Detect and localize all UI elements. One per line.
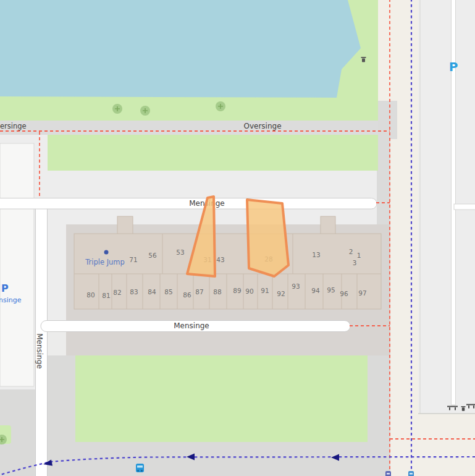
housenumber: 43: [216, 256, 224, 263]
housenumber: 13: [312, 251, 320, 258]
parking-symbol-west: P: [1, 283, 9, 294]
road-mensinge-north[interactable]: [0, 198, 377, 210]
bus-stop-icon: [136, 464, 144, 472]
housenumber: 85: [164, 288, 172, 295]
street-label-mensinge-south: Mensinge: [174, 321, 209, 330]
housenumber: 87: [195, 288, 203, 295]
map-canvas[interactable]: ersinge Oversinge Mensinge Mensinge Mens…: [0, 0, 475, 476]
housenumber: 81: [102, 292, 110, 299]
housenumber: 53: [176, 249, 184, 256]
housenumber: 88: [213, 288, 221, 295]
tree-icon: [112, 104, 122, 114]
beige-area-southeast: [418, 414, 475, 476]
water-body: [0, 0, 361, 98]
housenumber: 1: [357, 252, 361, 259]
poi-node-dot[interactable]: [104, 250, 109, 255]
street-label-mensinge-vertical: Mensinge: [35, 333, 44, 369]
housenumber: 3: [353, 259, 357, 266]
housenumber: 95: [327, 286, 335, 294]
housenumber: 93: [292, 283, 300, 290]
building-annex[interactable]: [321, 216, 335, 234]
housenumber: 96: [340, 290, 348, 297]
housenumber: 90: [245, 287, 253, 295]
parking-name-west-clipped: nsinge: [0, 296, 22, 304]
tree-icon: [216, 101, 225, 111]
housenumber: 91: [261, 287, 269, 294]
housenumber: 84: [148, 288, 156, 295]
street-label-oversinge: Oversinge: [243, 122, 281, 130]
selected-building-28[interactable]: [247, 200, 288, 276]
housenumber: 92: [277, 290, 285, 297]
grass-middle: [48, 135, 378, 171]
housenumber: 56: [148, 252, 157, 259]
building-annex[interactable]: [117, 216, 133, 235]
housenumber: 89: [233, 287, 241, 294]
street-label-oversinge-clipped: ersinge: [0, 122, 27, 130]
housenumber: 83: [130, 288, 138, 295]
housenumber: 71: [129, 256, 137, 263]
parking-area-west[interactable]: [0, 143, 34, 386]
poi-label-triple-jump: Triple Jump: [85, 258, 125, 266]
housenumber: 82: [113, 289, 121, 296]
housenumber: 94: [311, 287, 320, 294]
road-oversinge[interactable]: [0, 121, 378, 135]
building-terrace-row[interactable]: [74, 234, 381, 309]
tree-icon: [140, 106, 150, 116]
road-corner-junction: [390, 101, 397, 139]
housenumber: 80: [86, 291, 95, 299]
parking-symbol-east: P: [449, 59, 458, 74]
grass-south: [75, 355, 368, 442]
bus-stop-icon: [408, 471, 414, 476]
parking-aisle-branch[interactable]: [454, 204, 475, 210]
bus-stop-icon: [385, 471, 391, 476]
housenumber: 2: [349, 248, 353, 255]
housenumber: 86: [183, 291, 191, 299]
housenumber: 97: [358, 289, 366, 297]
